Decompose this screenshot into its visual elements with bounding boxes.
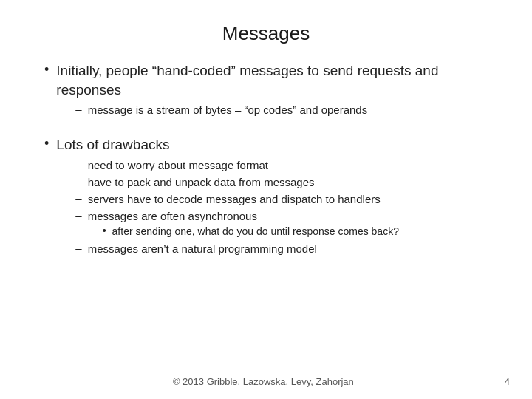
dash-2-3: –	[75, 192, 81, 205]
dash-2-2: –	[75, 175, 81, 188]
slide-footer: © 2013 Gribble, Lazowska, Levy, Zahorjan…	[0, 376, 532, 387]
sub-item-2-1: – need to worry about message format	[75, 157, 399, 173]
bullet-text-2: Lots of drawbacks	[56, 137, 169, 152]
bullet-item-1: • Initially, people “hand-coded” message…	[44, 61, 488, 117]
slide-title: Messages	[44, 22, 488, 45]
bullet-dot-2: •	[44, 136, 49, 151]
sub-item-2-3: – servers have to decode messages and di…	[75, 191, 399, 207]
sub-sub-dot-2-4-1: •	[103, 225, 106, 236]
slide-content: • Initially, people “hand-coded” message…	[44, 61, 488, 377]
bullet-dot-1: •	[44, 62, 49, 78]
sub-item-1-1: – message is a stream of bytes – “op cod…	[75, 102, 488, 117]
sub-text-2-4: messages are often asynchronous	[88, 210, 257, 222]
footer-page-number: 4	[505, 376, 510, 387]
sub-item-2-4: – messages are often asynchronous • afte…	[75, 208, 399, 239]
dash-2-4: –	[75, 209, 81, 222]
sub-text-1-1: message is a stream of bytes – “op codes…	[88, 102, 368, 117]
slide: Messages • Initially, people “hand-coded…	[0, 0, 532, 399]
bullet-text-1: Initially, people “hand-coded” messages …	[56, 63, 438, 98]
dash-2-1: –	[75, 158, 81, 171]
sub-item-2-5: – messages aren’t a natural programming …	[75, 241, 399, 256]
dash-2-5: –	[75, 242, 81, 254]
sub-text-2-2: have to pack and unpack data from messag…	[88, 174, 315, 190]
sub-sub-item-2-4-1: • after sending one, what do you do unti…	[103, 225, 399, 239]
sub-item-2-2: – have to pack and unpack data from mess…	[75, 174, 399, 190]
dash-1-1: –	[75, 103, 81, 115]
sub-text-2-1: need to worry about message format	[88, 157, 268, 173]
footer-copyright: © 2013 Gribble, Lazowska, Levy, Zahorjan	[22, 376, 505, 387]
bullet-item-2: • Lots of drawbacks – need to worry abou…	[44, 135, 488, 256]
sub-sub-text-2-4-1: after sending one, what do you do until …	[112, 225, 399, 239]
sub-items-1: – message is a stream of bytes – “op cod…	[75, 102, 488, 117]
sub-text-2-3: servers have to decode messages and disp…	[88, 191, 381, 207]
sub-text-2-5: messages aren’t a natural programming mo…	[88, 241, 317, 256]
sub-items-2: – need to worry about message format – h…	[75, 157, 399, 256]
